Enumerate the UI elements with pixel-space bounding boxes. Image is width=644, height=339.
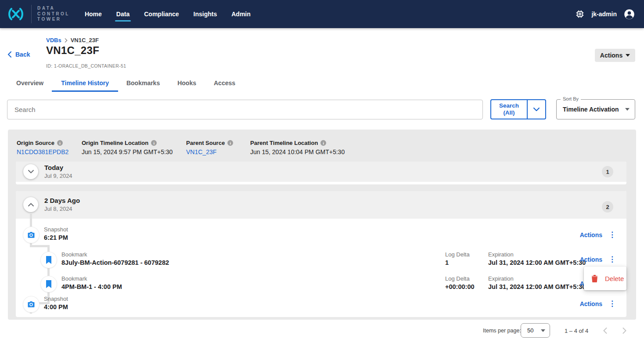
actions-link[interactable]: Actions: [580, 256, 602, 263]
chevron-right-icon: [65, 38, 68, 43]
snapshot-node: [23, 227, 39, 243]
entry-actions[interactable]: Actions ⋮: [580, 300, 616, 307]
sort-by-label: Sort By: [561, 96, 581, 101]
origin-timeline-location-value: Jun 15, 2024 9:57 PM GMT+5:30: [82, 148, 173, 155]
entry-actions[interactable]: Actions ⋮: [580, 256, 616, 263]
group-title: Today: [44, 164, 72, 171]
actions-link[interactable]: Actions: [580, 231, 602, 238]
bookmark-icon: [45, 256, 52, 264]
tab-timeline-history[interactable]: Timeline History: [61, 79, 109, 92]
entry-type: Bookmark: [61, 251, 169, 258]
camera-icon: [27, 300, 36, 309]
app-logo[interactable]: [0, 7, 26, 22]
screen: DATA CONTROL TOWER Home Data Compliance …: [0, 0, 644, 339]
nav-item-insights[interactable]: Insights: [194, 11, 217, 18]
entry-snapshot-621: Snapshot 6:21 PM: [44, 226, 68, 241]
actions-link[interactable]: Actions: [580, 300, 602, 307]
tab-overview[interactable]: Overview: [16, 79, 43, 92]
info-icon[interactable]: i: [320, 140, 326, 146]
entry-type: Snapshot: [44, 296, 68, 302]
group-header: Today Jul 9, 2024 1: [16, 162, 626, 182]
next-page-button[interactable]: [619, 325, 630, 336]
actions-menu-popup: Delete: [584, 267, 626, 290]
expiration-value: Jul 31, 2024 12:00 AM GMT+5:30: [488, 259, 586, 266]
delete-menu-item[interactable]: Delete: [605, 275, 624, 282]
tab-bookmarks[interactable]: Bookmarks: [126, 79, 160, 92]
group-date: Jul 9, 2024: [44, 173, 72, 179]
kebab-menu-icon[interactable]: ⋮: [608, 300, 616, 307]
group-count-badge: 2: [602, 201, 613, 213]
back-button[interactable]: Back: [7, 51, 30, 58]
entry-bookmark-8july: Bookmark 8July-BM-Action-6079281 - 60792…: [61, 251, 169, 266]
search-options-button[interactable]: [527, 99, 546, 119]
group-title: 2 Days Ago: [44, 197, 80, 204]
info-icon[interactable]: i: [227, 140, 233, 146]
chevron-left-icon: [603, 328, 607, 334]
search-button-line2: (All): [503, 109, 514, 116]
tab-access[interactable]: Access: [214, 79, 235, 92]
timeline-line: [30, 245, 50, 247]
kebab-menu-icon[interactable]: ⋮: [608, 231, 616, 238]
chevron-up-icon: [28, 203, 34, 206]
brand-line: TOWER: [37, 17, 70, 22]
expiration-label: Expiration: [488, 251, 586, 258]
collapse-group-button[interactable]: [23, 197, 38, 212]
tab-bar: Overview Timeline History Bookmarks Hook…: [16, 79, 235, 92]
nav-item-compliance[interactable]: Compliance: [144, 11, 179, 18]
entry-title: 4:00 PM: [44, 303, 68, 310]
chevron-down-icon: [28, 170, 34, 173]
tab-hooks[interactable]: Hooks: [177, 79, 196, 92]
group-date: Jul 8, 2024: [44, 206, 80, 212]
origin-source-link[interactable]: N1CDO381EPDB2: [17, 148, 68, 155]
nav-item-data[interactable]: Data: [116, 11, 130, 18]
sort-by-select[interactable]: Sort By Timeline Activation: [556, 99, 635, 119]
search-input[interactable]: [7, 100, 483, 119]
parent-source-link[interactable]: VN1C_23F: [186, 148, 233, 155]
log-delta-label: Log Delta: [445, 275, 475, 282]
entry-type: Bookmark: [61, 275, 122, 282]
entry-title: 8July-BM-Action-6079281 - 6079282: [61, 259, 169, 266]
account-avatar-icon[interactable]: [623, 8, 635, 20]
brand-divider: [31, 5, 32, 23]
info-icon[interactable]: i: [57, 140, 63, 146]
nav-item-admin[interactable]: Admin: [231, 11, 251, 18]
nav-links: Home Data Compliance Insights Admin: [85, 11, 251, 18]
log-delta-column: Log Delta 1: [445, 251, 470, 266]
expiration-value: Jul 31, 2024 12:00 AM GMT+5:30: [488, 283, 586, 290]
log-delta-value: +00:00:00: [445, 283, 475, 290]
meta-label: Parent Timeline Location: [250, 140, 318, 146]
previous-page-button[interactable]: [600, 325, 610, 336]
entry-snapshot-400: Snapshot 4:00 PM: [44, 296, 68, 310]
expand-group-button[interactable]: [23, 164, 38, 179]
page-size-value: 50: [521, 327, 533, 334]
top-nav-right: jk-admin: [575, 8, 644, 20]
meta-label: Origin Timeline Location: [82, 140, 148, 146]
parent-timeline-location-value: Jun 15, 2024 10:04 PM GMT+5:30: [250, 148, 345, 155]
nav-item-home[interactable]: Home: [85, 11, 102, 18]
meta-origin-source: Origin Sourcei N1CDO381EPDB2: [17, 140, 68, 155]
kebab-menu-icon[interactable]: ⋮: [608, 256, 616, 263]
page-range: 1 – 4 of 4: [565, 328, 588, 334]
top-nav: DATA CONTROL TOWER Home Data Compliance …: [0, 0, 644, 28]
page-title: VN1C_23F: [46, 44, 99, 57]
caret-down-icon: [541, 329, 545, 332]
dct-logo-icon: [6, 7, 26, 22]
entry-bookmark-4pm: Bookmark 4PM-BM-1 - 4:00 PM: [61, 275, 122, 290]
page-actions-label: Actions: [600, 52, 622, 59]
page-actions-button[interactable]: Actions: [595, 49, 635, 62]
bookmark-icon: [45, 280, 52, 288]
info-icon[interactable]: i: [151, 140, 157, 146]
page-size-select[interactable]: 50: [521, 323, 550, 338]
snapshot-node: [23, 296, 39, 312]
entry-actions[interactable]: Actions ⋮: [580, 231, 616, 238]
meta-origin-timeline-location: Origin Timeline Locationi Jun 15, 2024 9…: [82, 140, 173, 155]
breadcrumb-parent[interactable]: VDBs: [46, 37, 61, 43]
expiration-label: Expiration: [488, 275, 586, 282]
brand-line: CONTROL: [37, 11, 70, 17]
group-count-badge: 1: [602, 166, 613, 177]
search-button-line1: Search: [499, 102, 519, 109]
search-all-button[interactable]: Search (All): [490, 99, 528, 119]
breadcrumb-current: VN1C_23F: [71, 37, 99, 43]
log-delta-column: Log Delta +00:00:00: [445, 275, 475, 290]
api-chip-icon[interactable]: [575, 9, 585, 19]
